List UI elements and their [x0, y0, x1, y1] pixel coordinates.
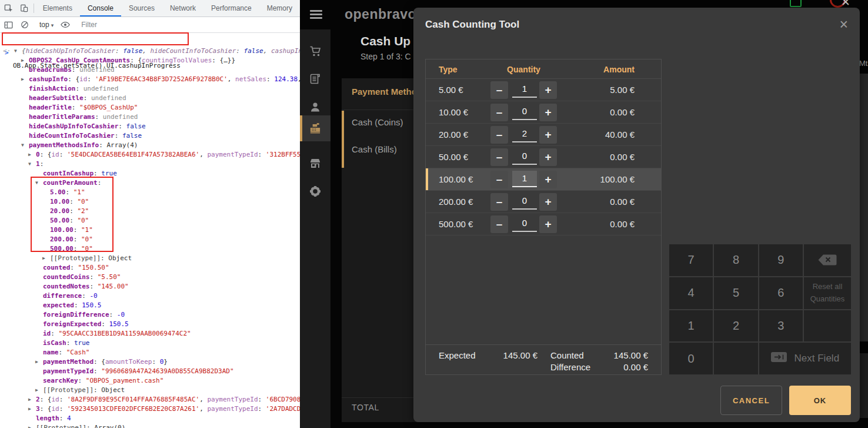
collapse-arrow-icon[interactable]: ▼: [28, 160, 36, 169]
console-line: 200.00: "0": [0, 235, 300, 244]
table-filler: [426, 235, 661, 344]
quantity-input[interactable]: 0: [512, 193, 537, 210]
console-line: name: "Cash": [0, 348, 300, 357]
quantity-input[interactable]: 1: [512, 81, 537, 98]
console-line: <·▼{hideCashUpInfoToCashier: false, hide…: [0, 47, 300, 56]
collapse-arrow-icon[interactable]: ▼: [21, 141, 29, 150]
quantity-input[interactable]: 2: [512, 126, 537, 142]
sidebar-item-receipt-icon[interactable]: [300, 66, 330, 92]
numpad-key-0[interactable]: 0: [669, 342, 713, 375]
quantity-input[interactable]: 0: [512, 215, 537, 232]
denomination-row: 5.00 €–1+5.00 €: [426, 79, 661, 101]
denomination-row: 10.00 €–0+0.00 €: [426, 101, 661, 124]
console-line: paymentTypeId: "9960689A47A24639A0D855CA…: [0, 367, 300, 376]
quantity-input[interactable]: 0: [512, 148, 537, 165]
inspect-element-icon[interactable]: [0, 0, 16, 16]
page-subtitle: Step 1 of 3: C: [360, 52, 411, 61]
tab-performance[interactable]: Performance: [203, 0, 259, 16]
decrease-quantity-button[interactable]: –: [490, 126, 508, 144]
next-field-button[interactable]: Next Field: [759, 342, 852, 375]
payment-method-cash-coins[interactable]: Cash (Coins): [352, 117, 403, 127]
numpad-key-5[interactable]: 5: [713, 277, 758, 310]
denomination-row: 100.00 €–1+100.00 €: [426, 168, 661, 191]
clear-console-icon[interactable]: [16, 20, 33, 29]
quantity-input[interactable]: 1: [512, 171, 537, 187]
column-header-quantity: Quantity: [426, 65, 622, 74]
backspace-icon[interactable]: [803, 244, 852, 277]
expand-arrow-icon[interactable]: ▶: [28, 150, 36, 160]
sidebar-item-sales-cart-icon[interactable]: [300, 38, 330, 64]
numpad-key-8[interactable]: 8: [713, 244, 758, 277]
numpad-key-4[interactable]: 4: [669, 277, 713, 310]
devtools-tabs: ElementsConsoleSourcesNetworkPerformance…: [35, 0, 300, 16]
expand-arrow-icon[interactable]: ▶: [28, 395, 36, 404]
tab-console[interactable]: Console: [80, 0, 121, 16]
console-line: ▶paymentMethod: {amountToKeep: 0}: [0, 357, 300, 367]
console-line: length: 4: [0, 414, 300, 423]
increase-quantity-button[interactable]: +: [539, 193, 557, 211]
cancel-button[interactable]: CANCEL: [720, 386, 782, 415]
sidebar-item-settings-gear-icon[interactable]: [300, 178, 330, 204]
decrease-quantity-button[interactable]: –: [490, 81, 508, 99]
expand-arrow-icon[interactable]: ▶: [42, 254, 50, 263]
console-command-row[interactable]: > OB.App.State.getState().UI.cashupInPro…: [0, 34, 300, 47]
console-filter-input[interactable]: [81, 21, 152, 29]
denomination-row: 500.00 €–0+0.00 €: [426, 213, 661, 235]
console-line: foreignExpected: 150.5: [0, 320, 300, 329]
numpad-empty-cell: [803, 310, 852, 343]
menu-icon[interactable]: [310, 10, 322, 19]
decrease-quantity-button[interactable]: –: [490, 104, 508, 121]
quantity-input[interactable]: 0: [512, 104, 537, 120]
expand-arrow-icon[interactable]: ▶: [35, 357, 43, 367]
numpad-key-6[interactable]: 6: [759, 277, 803, 310]
tab-network[interactable]: Network: [162, 0, 203, 16]
numpad-key-1[interactable]: 1: [669, 310, 713, 343]
decrease-quantity-button[interactable]: –: [490, 171, 508, 188]
numpad-key-3[interactable]: 3: [759, 310, 803, 343]
sidebar-item-store-icon[interactable]: [300, 150, 330, 176]
expand-arrow-icon[interactable]: ▶: [28, 404, 36, 414]
live-expression-eye-icon[interactable]: [57, 19, 74, 30]
decrease-quantity-button[interactable]: –: [490, 193, 508, 211]
decrease-quantity-button[interactable]: –: [490, 148, 508, 166]
sidebar-item-cashup-register-icon[interactable]: [300, 115, 330, 141]
expand-arrow-icon[interactable]: ▶: [21, 56, 29, 65]
row-amount: 0.00 €: [610, 219, 635, 229]
payment-methods-header: Payment Method: [352, 87, 422, 97]
console-line: countedNotes: "145.00": [0, 282, 300, 291]
increase-quantity-button[interactable]: +: [539, 215, 557, 233]
denomination-type: 200.00 €: [439, 197, 473, 207]
collapse-arrow-icon[interactable]: ▼: [14, 47, 22, 56]
counted-value: 145.00 €: [614, 350, 648, 360]
decrease-quantity-button[interactable]: –: [490, 215, 508, 233]
collapse-arrow-icon[interactable]: ▼: [35, 178, 43, 188]
increase-quantity-button[interactable]: +: [539, 81, 557, 99]
numpad-key-7[interactable]: 7: [669, 244, 713, 277]
numpad-key-2[interactable]: 2: [713, 310, 758, 343]
expand-arrow-icon[interactable]: ▶: [35, 386, 43, 395]
console-line: countedCoins: "5.50": [0, 273, 300, 282]
console-line: 100.00: "1": [0, 225, 300, 235]
page-title: Cash Up: [360, 34, 410, 48]
increase-quantity-button[interactable]: +: [539, 148, 557, 166]
console-sidebar-icon[interactable]: [0, 20, 16, 30]
tab-elements[interactable]: Elements: [35, 0, 80, 16]
device-toolbar-icon[interactable]: [16, 0, 32, 16]
increase-quantity-button[interactable]: +: [539, 104, 557, 121]
expand-arrow-icon[interactable]: ▶: [28, 423, 36, 428]
expand-arrow-icon[interactable]: ▶: [21, 75, 29, 84]
increase-quantity-button[interactable]: +: [539, 171, 557, 188]
console-line: ▶3: {id: '592345013CDFE02DFCF6B2E20C87A2…: [0, 404, 300, 414]
tab-sources[interactable]: Sources: [121, 0, 162, 16]
ok-button[interactable]: OK: [789, 386, 851, 415]
column-header-amount: Amount: [603, 65, 635, 74]
numpad-key-9[interactable]: 9: [759, 244, 803, 277]
payment-method-cash-bills[interactable]: Cash (Bills): [352, 144, 397, 154]
denomination-type: 500.00 €: [439, 219, 473, 229]
reset-all-quantities-button[interactable]: Reset all Quantities: [803, 277, 852, 310]
increase-quantity-button[interactable]: +: [539, 126, 557, 144]
close-icon[interactable]: ×: [839, 16, 848, 33]
tab-memory[interactable]: Memory: [259, 0, 300, 16]
denomination-row: 50.00 €–0+0.00 €: [426, 146, 661, 168]
context-selector[interactable]: top▾: [36, 21, 57, 29]
